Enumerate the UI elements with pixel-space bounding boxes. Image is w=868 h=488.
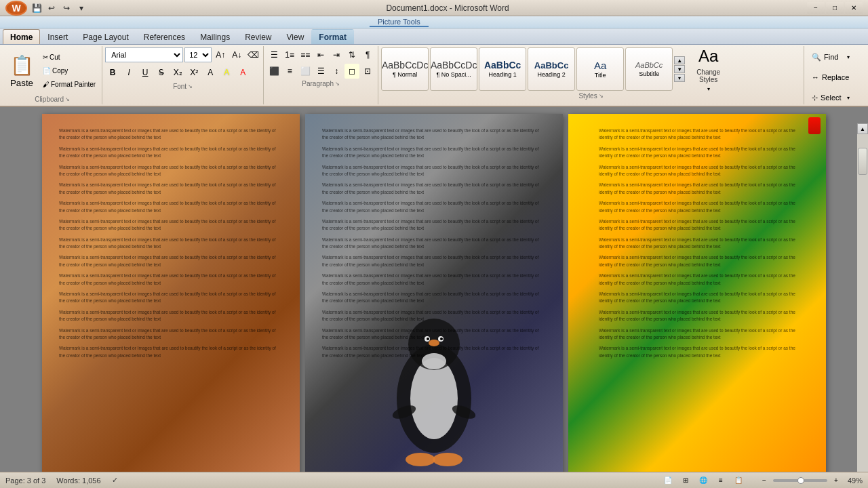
save-button[interactable]: 💾 xyxy=(30,1,43,15)
borders-button[interactable]: ⊡ xyxy=(360,64,375,79)
clipboard-expander[interactable]: ↘ xyxy=(65,96,70,102)
page-indicator: Page: 3 of 3 xyxy=(5,476,45,485)
select-button[interactable]: ⊹ Select ▾ xyxy=(807,88,854,107)
font-grow-button[interactable]: A↑ xyxy=(213,47,228,62)
tab-mailings[interactable]: Mailings xyxy=(193,29,237,44)
scroll-thumb[interactable] xyxy=(858,148,867,175)
font-size-selector[interactable]: 12 xyxy=(184,47,212,62)
bullets-button[interactable]: ☰ xyxy=(267,47,281,62)
sort-button[interactable]: ⇅ xyxy=(344,47,359,62)
decrease-indent-button[interactable]: ⇤ xyxy=(313,47,328,62)
styles-expand[interactable]: ▾ xyxy=(674,74,685,82)
style-heading2-button[interactable]: AaBbCc Heading 2 xyxy=(528,47,575,91)
redo-button[interactable]: ↪ xyxy=(60,1,73,15)
clear-format-button[interactable]: ⌫ xyxy=(245,47,260,62)
customize-button[interactable]: ▾ xyxy=(75,1,88,15)
style-heading1-button[interactable]: AaBbCc Heading 1 xyxy=(479,47,526,91)
italic-button[interactable]: I xyxy=(121,65,136,80)
font-expander[interactable]: ↘ xyxy=(188,83,193,89)
style-normal-button[interactable]: AaBbCcDc ¶ Normal xyxy=(381,47,429,91)
proofing-icon[interactable]: ✓ xyxy=(112,476,118,485)
undo-button[interactable]: ↩ xyxy=(45,1,58,15)
replace-button[interactable]: ↔ Replace xyxy=(807,68,854,87)
justify-button[interactable]: ☰ xyxy=(313,64,328,79)
paragraph-expander[interactable]: ↘ xyxy=(335,81,340,87)
office-button[interactable]: W xyxy=(5,1,27,16)
highlight-button[interactable]: A xyxy=(219,65,234,80)
underline-button[interactable]: U xyxy=(138,65,153,80)
zoom-slider[interactable] xyxy=(773,479,827,482)
tab-view[interactable]: View xyxy=(279,29,312,44)
style-nospace-button[interactable]: AaBbCcDc ¶ No Spaci... xyxy=(430,47,477,91)
scroll-track[interactable] xyxy=(857,134,868,472)
find-button[interactable]: 🔍 Find ▾ xyxy=(807,47,854,66)
draft-view-button[interactable]: 📋 xyxy=(731,474,746,487)
styles-buttons: AaBbCcDc ¶ Normal AaBbCcDc ¶ No Spaci...… xyxy=(381,47,673,91)
numbering-button[interactable]: 1≡ xyxy=(282,47,297,62)
style-subtitle-button[interactable]: AaBbCc Subtitle xyxy=(625,47,673,91)
web-layout-button[interactable]: 🌐 xyxy=(696,474,711,487)
title-preview: Aa xyxy=(594,60,606,70)
align-left-button[interactable]: ⬛ xyxy=(267,64,281,79)
text-effect-button[interactable]: A xyxy=(203,65,218,80)
paste-button[interactable]: 📋 Paste xyxy=(5,52,38,91)
style-title-button[interactable]: Aa Title xyxy=(576,47,624,91)
normal-preview: AaBbCcDc xyxy=(382,60,428,70)
wm2-p6: Watermark is a semi-transparent text or … xyxy=(322,218,546,232)
maximize-button[interactable]: □ xyxy=(826,2,844,14)
full-screen-button[interactable]: ⊞ xyxy=(678,474,693,487)
superscript-button[interactable]: X² xyxy=(186,65,201,80)
shading-button[interactable]: ◻ xyxy=(344,64,359,79)
multilevel-button[interactable]: ≡≡ xyxy=(298,47,313,62)
wm3-p5: Watermark is a semi-transparent text or … xyxy=(599,200,809,214)
page-2[interactable]: Wate‌rmark is a semi-transparent text or… xyxy=(305,114,563,472)
zoom-thumb[interactable] xyxy=(797,477,804,484)
select-label: Select xyxy=(821,94,842,102)
cut-button[interactable]: ✂ Cut xyxy=(39,52,99,64)
tab-home[interactable]: Home xyxy=(3,29,40,44)
wm3-p8: Watermark is a semi-transparent text or … xyxy=(599,254,809,268)
page-1[interactable]: Watermark is a semi-transparent text or … xyxy=(42,114,300,472)
subtitle-preview: AaBbCc xyxy=(635,62,663,69)
zoom-out-button[interactable]: − xyxy=(757,474,772,487)
format-painter-button[interactable]: 🖌 Format Painter xyxy=(39,79,99,91)
cut-label: Cut xyxy=(50,54,60,61)
tab-review[interactable]: Review xyxy=(237,29,279,44)
zoom-in-button[interactable]: + xyxy=(829,474,844,487)
watermark-p11: Watermark is a semi-transparent text or … xyxy=(59,309,283,323)
scroll-up-button[interactable]: ▲ xyxy=(857,123,868,134)
copy-button[interactable]: 📄 Copy xyxy=(39,65,99,77)
tab-format[interactable]: Format xyxy=(311,29,354,44)
wm2-p13: Watermark is a semi-transparent text or … xyxy=(322,345,546,359)
tab-references[interactable]: References xyxy=(136,29,193,44)
window-title: Document1.docx - Microsoft Word xyxy=(386,3,509,13)
line-spacing-button[interactable]: ↕ xyxy=(329,64,344,79)
styles-scroll-up[interactable]: ▲ xyxy=(674,56,685,64)
increase-indent-button[interactable]: ⇥ xyxy=(329,47,344,62)
align-center-button[interactable]: ≡ xyxy=(282,64,297,79)
show-formatting-button[interactable]: ¶ xyxy=(360,47,375,62)
para-row2: ⬛ ≡ ⬜ ☰ ↕ ◻ ⊡ xyxy=(267,64,375,79)
ribbon-tabs: Home Insert Page Layout References Maili… xyxy=(0,28,868,45)
styles-scroll-down[interactable]: ▼ xyxy=(674,65,685,73)
minimize-button[interactable]: − xyxy=(807,2,825,14)
watermark-p13: Wa‌ter‌mark is a semi-transparent text o… xyxy=(59,345,283,359)
wm3-p11: Watermark is a semi-transparent text or … xyxy=(599,309,809,323)
font-shrink-button[interactable]: A↓ xyxy=(229,47,244,62)
print-layout-button[interactable]: 📄 xyxy=(660,474,675,487)
page-3[interactable]: Watermark is a semi-transparent text or … xyxy=(568,114,826,472)
tab-page-layout[interactable]: Page Layout xyxy=(75,29,136,44)
close-button[interactable]: ✕ xyxy=(845,2,863,14)
styles-expander[interactable]: ↘ xyxy=(599,93,604,99)
font-face-selector[interactable]: Arial xyxy=(105,47,183,62)
change-styles-button[interactable]: Aa Change Styles ▾ xyxy=(686,47,730,91)
font-color-button[interactable]: A xyxy=(235,65,250,80)
tab-insert[interactable]: Insert xyxy=(40,29,75,44)
wm3-p9: Watermark is a semi-transparent text or … xyxy=(599,272,809,287)
strikethrough-button[interactable]: S̶ xyxy=(154,65,169,80)
bold-button[interactable]: B xyxy=(105,65,120,80)
subscript-button[interactable]: X₂ xyxy=(170,65,185,80)
align-right-button[interactable]: ⬜ xyxy=(298,64,313,79)
outline-view-button[interactable]: ≡ xyxy=(713,474,728,487)
watermark-p6: Watermark is a semi-transparent text or … xyxy=(59,218,283,232)
